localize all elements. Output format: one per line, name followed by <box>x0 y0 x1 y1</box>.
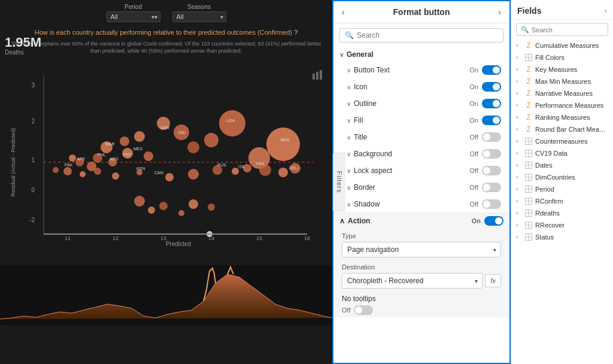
seasons-select-wrapper[interactable]: All <box>172 11 226 22</box>
period-select[interactable]: All <box>107 11 160 22</box>
lock-aspect-state: Off <box>470 167 478 174</box>
visualization-panel: Period All ▾ Seasons All How is each cou… <box>0 0 332 364</box>
field-item-status[interactable]: › Status <box>511 231 613 243</box>
fill-state: On <box>469 117 478 124</box>
fields-search-box[interactable]: 🔍 <box>516 23 608 36</box>
svg-point-54 <box>208 204 215 211</box>
field-name: RRecover <box>535 222 608 229</box>
title-label: Title <box>354 133 367 141</box>
field-expand-icon: › <box>516 90 522 96</box>
svg-text:3: 3 <box>31 82 35 89</box>
svg-point-25 <box>134 131 145 142</box>
field-item-rdeaths[interactable]: › Rdeaths <box>511 207 613 219</box>
field-icon-table <box>524 53 533 62</box>
field-item-rrecover[interactable]: › RRecover <box>511 219 613 231</box>
fields-expand-icon[interactable]: › <box>605 7 607 15</box>
icon-label: Icon <box>354 83 368 91</box>
field-item-dimcountries[interactable]: › DimCountries <box>511 171 613 183</box>
destination-select[interactable]: Choropleth - Recovered Overview Details <box>342 273 482 289</box>
fill-toggle[interactable] <box>482 116 501 125</box>
bar-chart-icon[interactable] <box>312 69 324 84</box>
nav-next-button[interactable]: › <box>496 6 503 18</box>
field-icon-sigma: Σ <box>524 101 533 110</box>
svg-point-35 <box>165 173 174 181</box>
field-icon-table <box>524 149 533 157</box>
general-section-header[interactable]: ∨ General <box>333 47 509 62</box>
panel-header: ‹ Format button › <box>333 1 509 23</box>
field-item-dates[interactable]: › Dates <box>511 159 613 171</box>
type-select-wrapper[interactable]: Page navigation Bookmark Back Q&A Web UR… <box>342 242 501 257</box>
svg-point-41 <box>278 168 288 177</box>
icon-row: ∨ Icon On <box>333 78 509 95</box>
svg-text:CAN: CAN <box>154 171 163 175</box>
field-item-performance-measures[interactable]: › Σ Performance Measures <box>511 99 613 111</box>
format-options-scroll[interactable]: ∨ General ∨ Button Text On ∨ Icon On <box>333 47 509 363</box>
fill-row: ∨ Fill On <box>333 112 509 129</box>
svg-text:-2: -2 <box>29 217 35 223</box>
field-expand-icon: › <box>516 222 522 228</box>
button-text-toggle[interactable] <box>482 65 501 75</box>
filters-tab[interactable]: Filters <box>333 153 345 212</box>
fields-title: Fields <box>517 6 541 16</box>
field-expand-icon: › <box>516 43 522 48</box>
background-state: Off <box>470 150 478 157</box>
border-state: Off <box>470 184 478 191</box>
field-item-period[interactable]: › Period <box>511 183 613 195</box>
icon-toggle[interactable] <box>482 82 501 92</box>
svg-text:Residual (Actual - Predicted): Residual (Actual - Predicted) <box>10 128 16 196</box>
field-icon-table <box>524 221 533 229</box>
fx-button[interactable]: fx <box>485 274 501 287</box>
search-input[interactable] <box>357 31 498 40</box>
lock-aspect-toggle[interactable] <box>482 166 501 175</box>
svg-text:ARS: ARS <box>110 157 119 161</box>
fields-list[interactable]: › Σ Cumulative Measures › Fill Colors › … <box>511 40 613 364</box>
type-label: Type <box>342 232 501 239</box>
svg-text:ARE: ARE <box>77 157 86 161</box>
action-header: ∧ Action On <box>333 213 509 229</box>
format-button-panel: Filters ‹ Format button › 🔍 ∨ General ∨ … <box>332 0 511 364</box>
no-tooltips-toggle[interactable] <box>354 305 373 315</box>
period-select-wrapper[interactable]: All ▾ <box>107 11 160 22</box>
field-item-fill-colors[interactable]: › Fill Colors <box>511 51 613 63</box>
svg-point-49 <box>134 196 145 207</box>
field-item-max-min-measures[interactable]: › Σ Max Min Measures <box>511 75 613 87</box>
svg-point-46 <box>53 167 59 173</box>
svg-point-51 <box>159 202 168 210</box>
destination-select-wrapper[interactable]: Choropleth - Recovered Overview Details … <box>342 273 482 289</box>
stat-value: 1.95M <box>5 36 41 49</box>
field-item-key-measures[interactable]: › Σ Key Measures <box>511 63 613 75</box>
border-toggle[interactable] <box>482 183 501 192</box>
field-item-rconfirm[interactable]: › RConfirm <box>511 195 613 207</box>
field-item-narrative-measures[interactable]: › Σ Narrative Measures <box>511 87 613 99</box>
action-chevron: ∧ <box>339 217 345 225</box>
type-select[interactable]: Page navigation Bookmark Back Q&A Web UR… <box>342 242 501 257</box>
field-name: RConfirm <box>535 198 608 205</box>
field-name: Ranking Measures <box>535 114 608 121</box>
background-toggle[interactable] <box>482 149 501 159</box>
field-item-cv19-data[interactable]: › CV19 Data <box>511 147 613 159</box>
seasons-select[interactable]: All <box>172 11 226 22</box>
action-toggle[interactable] <box>484 216 503 226</box>
svg-point-44 <box>80 171 86 177</box>
search-box[interactable]: 🔍 <box>339 28 503 43</box>
field-item-countermeasures[interactable]: › Countermeasures <box>511 135 613 147</box>
outline-toggle[interactable] <box>482 99 501 108</box>
field-name: Round Bar Chart Measu... <box>535 126 608 133</box>
field-item-ranking-measures[interactable]: › Σ Ranking Measures <box>511 111 613 123</box>
viz-subtitle: This model explains over 60% of the vari… <box>0 40 332 57</box>
svg-rect-2 <box>320 70 322 80</box>
field-expand-icon: › <box>516 114 522 120</box>
field-item-cumulative-measures[interactable]: › Σ Cumulative Measures <box>511 40 613 51</box>
field-name: CV19 Data <box>535 150 608 157</box>
svg-text:PHL: PHL <box>98 153 106 157</box>
period-label: Period <box>125 4 142 10</box>
field-item-round-bar-chart[interactable]: › Σ Round Bar Chart Measu... <box>511 123 613 135</box>
action-label: Action <box>348 217 370 225</box>
shadow-toggle[interactable] <box>482 199 501 209</box>
field-name: Period <box>535 186 608 193</box>
button-text-chevron: ∨ <box>347 67 351 74</box>
nav-prev-button[interactable]: ‹ <box>339 6 347 18</box>
fields-search-input[interactable] <box>532 26 603 34</box>
svg-text:DELI: DELI <box>289 166 299 170</box>
title-toggle[interactable] <box>482 132 501 142</box>
